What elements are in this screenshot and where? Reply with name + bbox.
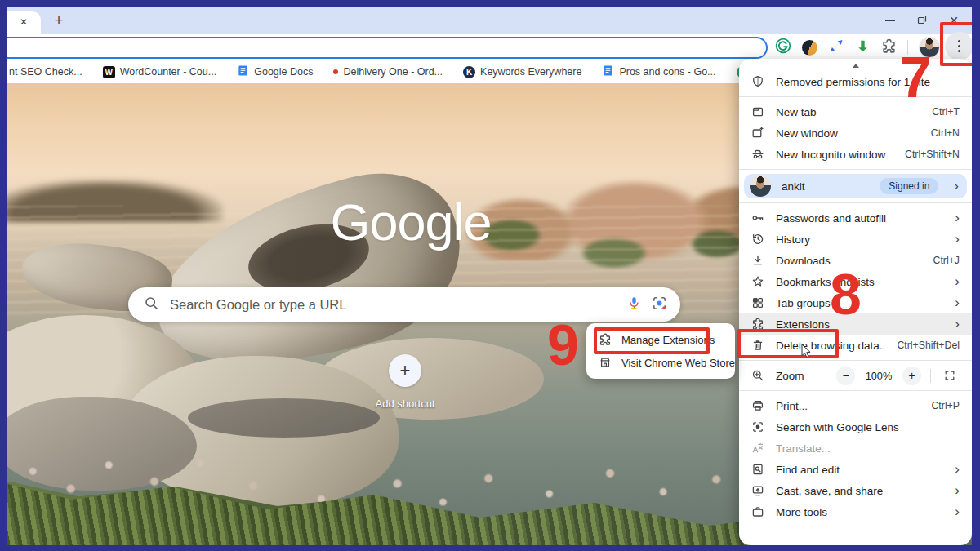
google-lens-icon[interactable] [652,295,667,314]
dark-swirl-extension-icon[interactable] [802,40,817,56]
menu-item-history[interactable]: History› [739,229,972,250]
menu-shortcut: Ctrl+P [931,400,960,411]
find-icon [751,463,765,476]
bookmark-label: Google Docs [254,66,313,78]
menu-item-label: Cast, save, and share [776,485,944,497]
google-docs-icon [237,64,249,79]
address-input[interactable] [18,38,737,57]
zoom-icon [751,369,765,382]
toolbar [7,34,972,60]
menu-item-label: More tools [776,506,944,518]
menu-item-label: Find and edit [776,464,944,476]
annotation-box-manage-extensions [594,327,710,354]
restore-button[interactable] [917,13,927,28]
ntp-search-box[interactable] [128,287,680,322]
minimize-button[interactable] [885,20,895,21]
bookmark-pros-and-cons-go[interactable]: Pros and cons - Go... [602,64,715,79]
new-tab-icon [751,105,765,118]
blue-arrow-extension-icon[interactable] [828,38,844,57]
menu-item-new-tab[interactable]: New tabCtrl+T [739,101,972,122]
extensions-puzzle-icon[interactable] [881,38,897,57]
menu-item-zoom[interactable]: Zoom−100%+ [739,365,972,386]
account-avatar [750,180,771,193]
download-icon [751,254,765,267]
menu-item-label: Search with Google Lens [776,421,960,433]
menu-item-label: New window [776,127,920,140]
menu-item-label: Passwords and autofill [776,212,944,224]
bookmark-label: nt SEO Check... [9,66,82,78]
print-icon [751,399,765,412]
menu-divider [739,360,972,361]
add-shortcut-button[interactable]: + [389,354,421,387]
submenu-item-visit-chrome-web-store[interactable]: Visit Chrome Web Store [586,351,735,374]
bookmark-delhivery-one-ord[interactable]: Delhivery One - Ord... [333,66,443,78]
zoom-separator [930,369,931,383]
google-logo: Google [256,193,566,251]
bookmark-wordcounter-cou[interactable]: WWordCounter - Cou... [103,66,217,78]
menu-item-translate[interactable]: Translate... [739,438,972,459]
key-icon [751,211,765,224]
bookmark-label: Keywords Everywhere [480,66,581,78]
chevron-right-icon: › [955,295,960,309]
fullscreen-button[interactable] [940,366,960,385]
tab-strip: ✕ + ✕ [7,7,972,34]
menu-item-label: History [776,233,944,246]
shield-icon [751,75,765,88]
zoom-in-button[interactable]: + [902,367,921,385]
menu-item-removed-permissions-for-1-site[interactable]: Removed permissions for 1 site [739,71,972,92]
omnibox[interactable] [7,37,768,59]
menu-item-new-incognito-window[interactable]: New Incognito windowCtrl+Shift+N [739,144,972,165]
chevron-right-icon: › [955,211,960,224]
bookmark-label: Delhivery One - Ord... [343,66,443,78]
menu-divider [739,96,972,97]
add-shortcut-label: Add shortcut [348,398,462,410]
menu-shortcut: Ctrl+Shift+Del [897,340,960,351]
tools-icon [751,505,765,518]
menu-item-print[interactable]: Print...Ctrl+P [739,395,972,416]
wordcounter-icon: W [103,66,115,78]
menu-item-label: Zoom [776,370,826,382]
voice-search-icon[interactable] [627,296,641,313]
bookmark-label: Pros and cons - Go... [619,66,715,78]
translate-icon [751,442,765,455]
annotation-box-step7 [940,22,972,66]
bookmark-google-docs[interactable]: Google Docs [237,64,313,79]
chevron-right-icon: › [955,317,960,331]
bookmark-nt-seo-check[interactable]: nt SEO Check... [9,66,82,78]
incognito-icon [751,148,765,161]
menu-shortcut: Ctrl+N [931,127,960,139]
menu-item-label: Print... [776,400,920,412]
menu-item-passwords-and-autofill[interactable]: Passwords and autofill› [739,207,972,229]
star-icon [751,275,765,288]
lens-icon [751,420,765,433]
active-tab[interactable]: ✕ [7,11,41,34]
tab-groups-icon [751,296,765,309]
tab-close-icon[interactable]: ✕ [20,16,28,28]
ntp-search-input[interactable] [170,297,617,313]
menu-divider [739,202,972,203]
menu-item-search-with-google-lens[interactable]: Search with Google Lens [739,416,972,438]
chrome-browser-window: ✕ + ✕ [7,7,972,545]
cast-icon [751,484,765,497]
menu-item-more-tools[interactable]: More tools› [739,501,972,522]
grammarly-extension-icon[interactable] [775,38,791,57]
menu-item-cast-save-and-share[interactable]: Cast, save, and share› [739,480,972,501]
menu-item-label: ankit [782,180,869,193]
annotation-number-7: 7 [900,49,932,106]
menu-item-new-window[interactable]: New windowCtrl+N [739,122,972,144]
new-tab-button[interactable]: + [49,11,69,30]
menu-item-label: Translate... [776,442,960,455]
video-frame-border: ✕ + ✕ [0,0,980,551]
menu-shortcut: Ctrl+T [932,106,960,118]
menu-scroll-up-caret[interactable] [739,60,972,71]
menu-item-find-and-edit[interactable]: Find and edit› [739,459,972,480]
menu-item-ankit[interactable]: ankitSigned in› [744,174,967,198]
zoom-out-button[interactable]: − [836,367,855,385]
zoom-value: 100% [862,370,896,382]
mouse-cursor [801,344,813,362]
green-download-extension-icon[interactable] [855,38,871,57]
bookmark-keywords-everywhere[interactable]: KKeywords Everywhere [463,66,581,78]
menu-item-label: New Incognito window [776,149,894,161]
menu-shortcut: Ctrl+J [933,255,960,266]
menu-divider [739,169,972,170]
